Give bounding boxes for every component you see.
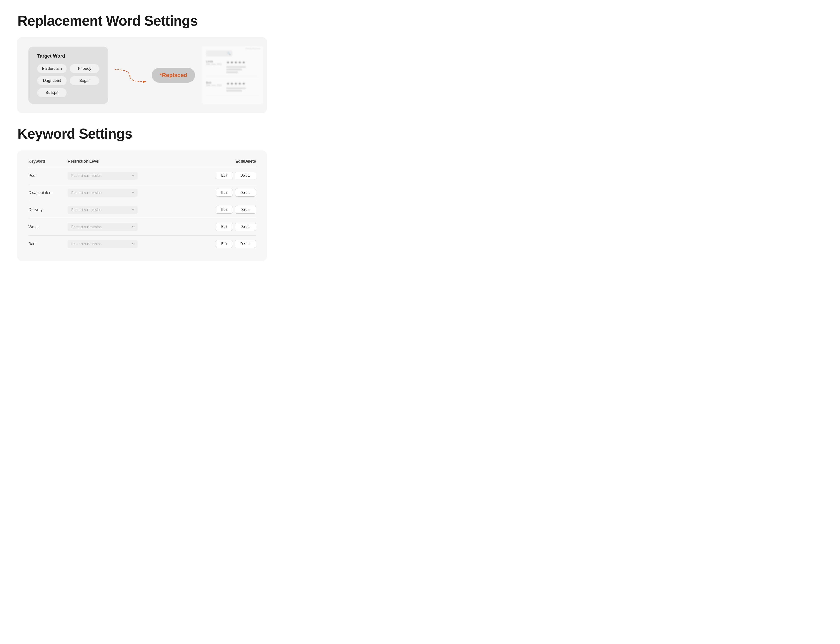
- reviewer2-content: ★★★★★: [226, 81, 246, 92]
- review-row-2: Bob 29th June, 2022 ★★★★★: [206, 81, 259, 95]
- review-line: [226, 71, 238, 73]
- restriction-cell-3[interactable]: Restrict submission: [67, 218, 187, 235]
- restriction-select-1[interactable]: Restrict submission: [67, 189, 138, 197]
- keyword-cell-4: Bad: [28, 235, 67, 252]
- keyword-table: Keyword Restriction Level Edit/Delete Po…: [28, 159, 256, 252]
- reviewer2-author: Bob 29th June, 2022: [206, 81, 222, 92]
- review-line: [226, 87, 246, 89]
- reviewer2-lines: [226, 87, 246, 92]
- replaced-badge: *Replaced: [152, 68, 195, 82]
- edit-button-1[interactable]: Edit: [216, 189, 233, 197]
- keyword-table-container: Keyword Restriction Level Edit/Delete Po…: [18, 150, 267, 261]
- table-row: DeliveryRestrict submissionEditDelete: [28, 201, 256, 218]
- keyword-cell-0: Poor: [28, 167, 67, 184]
- review-search-bar: 🔍: [206, 50, 233, 56]
- keyword-section-title: Keyword Settings: [18, 126, 267, 141]
- table-row: BadRestrict submissionEditDelete: [28, 235, 256, 252]
- word-pill-sugar: Sugar: [70, 76, 99, 85]
- keyword-cell-3: Worst: [28, 218, 67, 235]
- delete-button-1[interactable]: Delete: [235, 189, 256, 197]
- reviewer2-date: 29th June, 2022: [206, 84, 222, 87]
- keyword-section: Keyword Settings Keyword Restriction Lev…: [18, 126, 267, 261]
- restriction-select-3[interactable]: Restrict submission: [67, 223, 138, 231]
- restriction-cell-1[interactable]: Restrict submission: [67, 184, 187, 201]
- restriction-cell-4[interactable]: Restrict submission: [67, 235, 187, 252]
- reviewer1-name: Linda: [206, 60, 222, 63]
- actions-cell-2: EditDelete: [187, 201, 256, 218]
- edit-button-4[interactable]: Edit: [216, 240, 233, 248]
- edit-button-3[interactable]: Edit: [216, 223, 233, 231]
- delete-button-2[interactable]: Delete: [235, 206, 256, 214]
- delete-button-0[interactable]: Delete: [235, 172, 256, 179]
- review-preview: Photo Review 🔍 Linda 29th June, 2022 ★★★…: [202, 46, 263, 104]
- arrow-area: [108, 65, 152, 85]
- keyword-cell-1: Disappointed: [28, 184, 67, 201]
- restriction-select-4[interactable]: Restrict submission: [67, 240, 138, 248]
- delete-button-4[interactable]: Delete: [235, 240, 256, 248]
- col-header-keyword: Keyword: [28, 159, 67, 167]
- review-line: [226, 90, 242, 92]
- word-pill-bullspit: Bullspit: [37, 88, 67, 97]
- edit-button-0[interactable]: Edit: [216, 172, 233, 179]
- col-header-editdelete: Edit/Delete: [187, 159, 256, 167]
- reviewer1-lines: [226, 66, 246, 73]
- replacement-section-title: Replacement Word Settings: [18, 13, 267, 28]
- table-row: WorstRestrict submissionEditDelete: [28, 218, 256, 235]
- restriction-cell-2[interactable]: Restrict submission: [67, 201, 187, 218]
- word-pill-balderdash: Balderdash: [37, 64, 67, 73]
- reviewer2-stars: ★★★★★: [226, 81, 246, 86]
- table-row: PoorRestrict submissionEditDelete: [28, 167, 256, 184]
- word-pills-grid: Balderdash Phooey Dagnabbit Sugar Bullsp…: [37, 64, 99, 97]
- reviewer1-author: Linda 29th June, 2022: [206, 60, 222, 73]
- review-line: [226, 66, 246, 68]
- actions-cell-0: EditDelete: [187, 167, 256, 184]
- table-row: DisappointedRestrict submissionEditDelet…: [28, 184, 256, 201]
- reviewer1-date: 29th June, 2022: [206, 63, 222, 66]
- delete-button-3[interactable]: Delete: [235, 223, 256, 231]
- restriction-cell-0[interactable]: Restrict submission: [67, 167, 187, 184]
- reviewer1-stars: ★★★★★: [226, 60, 246, 65]
- reviewer2-name: Bob: [206, 81, 222, 84]
- replacement-demo-card: Target Word Balderdash Phooey Dagnabbit …: [18, 37, 267, 113]
- dashed-arrow-svg: [113, 65, 147, 85]
- restriction-select-2[interactable]: Restrict submission: [67, 206, 138, 214]
- target-word-heading: Target Word: [37, 53, 99, 59]
- keyword-cell-2: Delivery: [28, 201, 67, 218]
- actions-cell-3: EditDelete: [187, 218, 256, 235]
- edit-button-2[interactable]: Edit: [216, 206, 233, 214]
- photo-review-label: Photo Review: [246, 47, 260, 50]
- table-header-row: Keyword Restriction Level Edit/Delete: [28, 159, 256, 167]
- col-header-restriction: Restriction Level: [67, 159, 187, 167]
- word-pill-dagnabbit: Dagnabbit: [37, 76, 67, 85]
- reviewer1-content: ★★★★★: [226, 60, 246, 73]
- review-row-1: Linda 29th June, 2022 ★★★★★: [206, 60, 259, 77]
- target-word-card: Target Word Balderdash Phooey Dagnabbit …: [28, 47, 108, 104]
- svg-marker-0: [143, 80, 146, 83]
- actions-cell-4: EditDelete: [187, 235, 256, 252]
- word-pill-phooey: Phooey: [70, 64, 99, 73]
- actions-cell-1: EditDelete: [187, 184, 256, 201]
- restriction-select-0[interactable]: Restrict submission: [67, 172, 138, 180]
- review-line: [226, 69, 242, 71]
